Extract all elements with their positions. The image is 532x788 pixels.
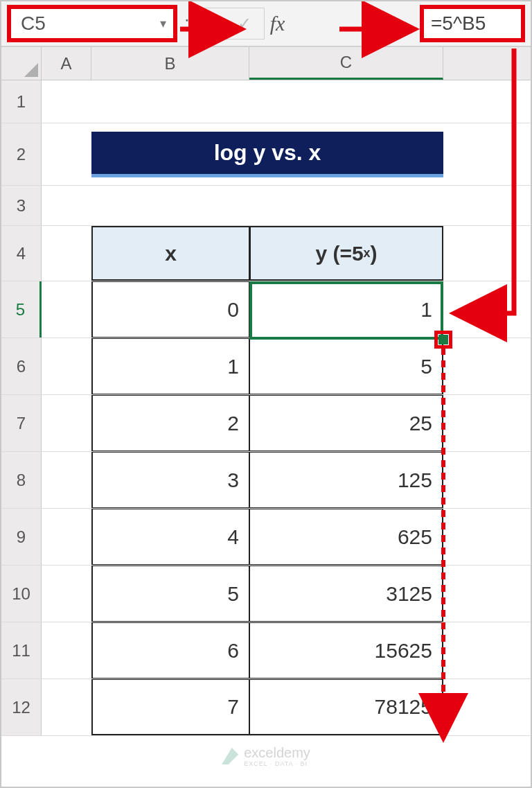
row-header-1[interactable]: 1 — [1, 80, 42, 123]
col-header-C[interactable]: C — [249, 47, 443, 80]
cell-B7[interactable]: 2 — [91, 395, 249, 451]
cell-B3[interactable] — [91, 186, 249, 225]
row-5: 5 0 1 — [1, 281, 531, 338]
header-y-suffix: ) — [371, 242, 378, 265]
formula-bar-buttons: ✕ ✓ — [197, 8, 265, 40]
cell-C1[interactable] — [249, 80, 443, 123]
cell-C3[interactable] — [249, 186, 443, 225]
row-2: 2 log y vs. x — [1, 123, 531, 186]
cell-B5[interactable]: 0 — [91, 281, 249, 338]
cell-B6[interactable]: 1 — [91, 338, 249, 394]
watermark: exceldemy EXCEL · DATA · BI — [222, 745, 310, 767]
formula-text: =5^B5 — [431, 12, 486, 35]
cell-A7[interactable] — [42, 395, 91, 451]
row-12: 12 7 78125 — [1, 679, 531, 736]
cell-A11[interactable] — [42, 622, 91, 678]
row-header-5[interactable]: 5 — [1, 281, 42, 338]
cell-A6[interactable] — [42, 338, 91, 394]
cell-B11[interactable]: 6 — [91, 622, 249, 678]
confirm-icon: ✓ — [232, 14, 257, 33]
row-11: 11 6 15625 — [1, 622, 531, 679]
cell-C6[interactable]: 5 — [249, 338, 443, 394]
row-header-12[interactable]: 12 — [1, 679, 42, 735]
header-x[interactable]: x — [91, 226, 249, 281]
row-8: 8 3 125 — [1, 452, 531, 509]
row-header-11[interactable]: 11 — [1, 622, 42, 678]
header-y-sup: x — [364, 246, 371, 261]
col-header-A[interactable]: A — [42, 47, 91, 80]
row-header-7[interactable]: 7 — [1, 395, 42, 451]
title-banner: log y vs. x — [91, 132, 443, 177]
cell-A1[interactable] — [42, 80, 91, 123]
cell-A4[interactable] — [42, 226, 91, 281]
watermark-tag: EXCEL · DATA · BI — [244, 761, 310, 767]
cell-B8[interactable]: 3 — [91, 452, 249, 508]
cell-B12[interactable]: 7 — [91, 679, 249, 735]
row-header-10[interactable]: 10 — [1, 566, 42, 622]
cell-C8[interactable]: 125 — [249, 452, 443, 508]
formula-input[interactable]: =5^B5 — [420, 5, 525, 42]
grid: 1 2 log y vs. x 3 4 x y (=5x) 5 0 1 6 1 … — [1, 80, 531, 736]
cell-A3[interactable] — [42, 186, 91, 225]
row-header-4[interactable]: 4 — [1, 226, 42, 281]
name-box-value: C5 — [21, 12, 46, 35]
row-9: 9 4 625 — [1, 509, 531, 566]
watermark-text: exceldemy EXCEL · DATA · BI — [244, 745, 310, 767]
cell-A9[interactable] — [42, 509, 91, 565]
cell-C7[interactable]: 25 — [249, 395, 443, 451]
cell-B10[interactable]: 5 — [91, 566, 249, 622]
header-y-prefix: y (=5 — [315, 242, 363, 265]
header-y[interactable]: y (=5x) — [249, 226, 443, 281]
select-all-corner[interactable] — [1, 47, 42, 80]
cell-B1[interactable] — [91, 80, 249, 123]
cell-C12[interactable]: 78125 — [249, 679, 443, 735]
col-header-B[interactable]: B — [91, 47, 249, 80]
fill-handle-highlight — [434, 331, 452, 349]
watermark-brand: exceldemy — [244, 745, 310, 760]
cancel-icon: ✕ — [204, 14, 229, 33]
cell-C9[interactable]: 625 — [249, 509, 443, 565]
row-header-8[interactable]: 8 — [1, 452, 42, 508]
row-4: 4 x y (=5x) — [1, 226, 531, 281]
separator-colon: : — [181, 12, 193, 35]
row-7: 7 2 25 — [1, 395, 531, 452]
cell-A8[interactable] — [42, 452, 91, 508]
row-header-9[interactable]: 9 — [1, 509, 42, 565]
cell-A2[interactable] — [42, 123, 91, 185]
cell-C10[interactable]: 3125 — [249, 566, 443, 622]
cell-C11[interactable]: 15625 — [249, 622, 443, 678]
title-cell[interactable]: log y vs. x — [91, 123, 443, 185]
cell-A5[interactable] — [42, 281, 91, 338]
cell-C5[interactable]: 1 — [249, 281, 443, 338]
fx-icon[interactable]: fx — [269, 12, 290, 35]
formula-bar: C5 ▾ : ✕ ✓ fx =5^B5 — [1, 1, 531, 47]
row-1: 1 — [1, 80, 531, 123]
cell-A12[interactable] — [42, 679, 91, 735]
row-3: 3 — [1, 186, 531, 226]
cell-A10[interactable] — [42, 566, 91, 622]
row-header-2[interactable]: 2 — [1, 123, 42, 185]
row-10: 10 5 3125 — [1, 566, 531, 622]
chevron-down-icon[interactable]: ▾ — [160, 16, 166, 31]
cell-B9[interactable]: 4 — [91, 509, 249, 565]
row-header-6[interactable]: 6 — [1, 338, 42, 394]
watermark-icon — [222, 748, 238, 764]
name-box[interactable]: C5 ▾ — [7, 5, 177, 42]
column-headers: A B C — [1, 47, 531, 80]
row-header-3[interactable]: 3 — [1, 186, 42, 225]
